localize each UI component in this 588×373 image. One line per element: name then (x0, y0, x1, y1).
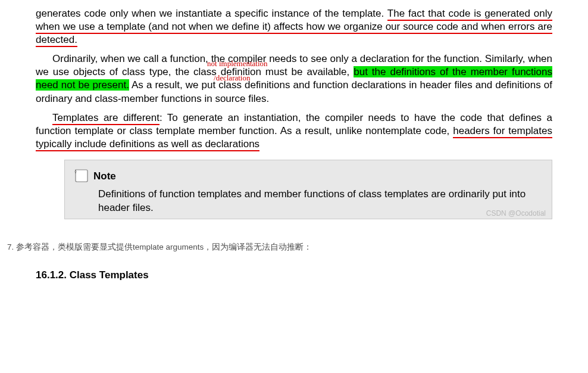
para2-b: must be available, (261, 66, 354, 77)
watermark: CSDN @Ocodotial (486, 209, 546, 217)
note-box: Note Definitions of function templates a… (64, 160, 552, 219)
numbered-list-item: 7. 参考容器，类模版需要显式提供template arguments，因为编译… (7, 242, 588, 253)
para1-pre: generates code only when we instantiate … (36, 8, 387, 19)
paragraph-1: generates code only when we instantiate … (36, 7, 552, 46)
para3-u1: Templates are different (52, 112, 159, 125)
paragraph-2: Ordinarily, when we call a function, the… (36, 52, 552, 105)
paragraph-3: Templates are different: To generate an … (36, 111, 552, 151)
document-content: generates code only when we instantiate … (0, 0, 588, 219)
annotation-bottom: /declaration (197, 74, 250, 82)
note-icon (73, 169, 90, 184)
note-body: Definitions of function templates and me… (73, 188, 543, 215)
note-title: Note (93, 170, 116, 182)
annotation-target: not implementation/declarationclass defi… (193, 66, 261, 77)
annotation-top: not implementation (190, 60, 267, 67)
section-heading: 16.1.2. Class Templates (36, 269, 588, 281)
note-header: Note (73, 169, 543, 184)
